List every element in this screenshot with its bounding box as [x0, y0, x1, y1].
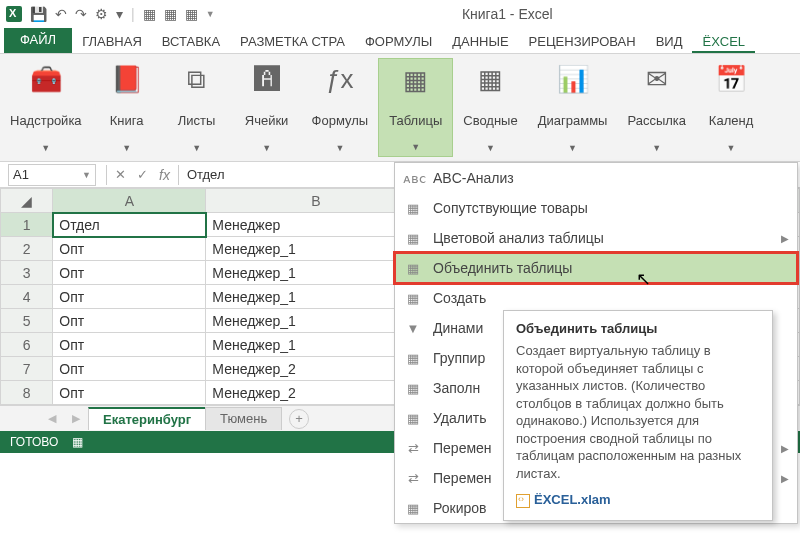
menu-item-icon: ▦	[403, 411, 423, 426]
chevron-down-icon: ▼	[568, 143, 577, 153]
row-header-6[interactable]: 6	[1, 333, 53, 357]
excel-icon	[6, 6, 22, 22]
formulas-menu-icon: ƒx	[323, 62, 357, 96]
calendar-menu-icon: 📅	[714, 62, 748, 96]
ribbon: 🧰Надстройка▼📕Книга▼⧉Листы▼🅰Ячейки▼ƒxФорм…	[0, 54, 800, 162]
workbook-menu-icon: 📕	[110, 62, 144, 96]
ribbon-tabs: ФАЙЛГЛАВНАЯВСТАВКАРАЗМЕТКА СТРАФОРМУЛЫДА…	[0, 28, 800, 54]
cell[interactable]: Опт	[53, 237, 206, 261]
sheet-tab[interactable]: Екатеринбург	[88, 407, 206, 430]
row-header-1[interactable]: 1	[1, 213, 53, 237]
select-all-cell[interactable]: ◢	[1, 189, 53, 213]
chevron-down-icon: ▼	[652, 143, 661, 153]
menu-item[interactable]: ▦Объединить таблицы	[395, 253, 797, 283]
window-title: Книга1 - Excel	[221, 6, 794, 22]
cell[interactable]: Опт	[53, 309, 206, 333]
menu-item-icon: ▦	[403, 201, 423, 216]
menu-item-icon: ▦	[403, 231, 423, 246]
cell[interactable]: Опт	[53, 381, 206, 405]
tab-формулы[interactable]: ФОРМУЛЫ	[355, 30, 442, 53]
row-header-5[interactable]: 5	[1, 309, 53, 333]
menu-item-icon: ▦	[403, 291, 423, 306]
formulas-menu[interactable]: ƒxФормулы▼	[302, 58, 379, 157]
chevron-down-icon: ▼	[192, 143, 201, 153]
menu-item-icon: ▼	[403, 321, 423, 336]
qat-sep: |	[131, 6, 135, 22]
tab-разметка стра[interactable]: РАЗМЕТКА СТРА	[230, 30, 355, 53]
addin-menu[interactable]: 🧰Надстройка▼	[0, 58, 92, 157]
mail-menu[interactable]: ✉Рассылка▼	[617, 58, 696, 157]
tab-файл[interactable]: ФАЙЛ	[4, 28, 72, 53]
formula-value[interactable]: Отдел	[181, 167, 231, 182]
undo-icon[interactable]: ↶	[55, 6, 67, 22]
chevron-down-icon: ▼	[411, 142, 420, 152]
tables-menu[interactable]: ▦Таблицы▼	[378, 58, 453, 157]
chevron-right-icon: ▶	[781, 443, 789, 454]
name-box[interactable]: A1▼	[8, 164, 96, 186]
row-header-4[interactable]: 4	[1, 285, 53, 309]
qat-cmd3-icon[interactable]: ▦	[185, 6, 198, 22]
tab-вид[interactable]: ВИД	[646, 30, 693, 53]
qat-custom-icon[interactable]: ⚙	[95, 6, 108, 22]
redo-icon[interactable]: ↷	[75, 6, 87, 22]
cell[interactable]: Опт	[53, 357, 206, 381]
menu-item-icon: ▦	[403, 381, 423, 396]
tab-рецензирован[interactable]: РЕЦЕНЗИРОВАН	[519, 30, 646, 53]
sheets-menu-icon: ⧉	[180, 62, 214, 96]
qat-more-icon[interactable]: ▾	[116, 6, 123, 22]
cancel-edit-icon[interactable]: ✕	[109, 167, 131, 182]
chevron-down-icon: ▼	[727, 143, 736, 153]
tables-menu-icon: ▦	[399, 63, 433, 97]
chevron-right-icon: ▶	[781, 233, 789, 244]
pivot-menu[interactable]: ▦Сводные▼	[453, 58, 527, 157]
sheet-tab[interactable]: Тюмень	[205, 407, 282, 430]
row-header-3[interactable]: 3	[1, 261, 53, 285]
fx-icon[interactable]: fx	[159, 167, 170, 183]
tooltip: Объединить таблицы Создает виртуальную т…	[503, 310, 773, 521]
tooltip-title: Объединить таблицы	[516, 321, 760, 336]
chevron-down-icon: ▼	[122, 143, 131, 153]
menu-item[interactable]: ▦Сопутствующие товары	[395, 193, 797, 223]
sheet-nav-prev-icon[interactable]: ◀	[48, 412, 56, 425]
menu-item[interactable]: ▦Создать	[395, 283, 797, 313]
menu-item[interactable]: ᴀʙᴄABC-Анализ	[395, 163, 797, 193]
cells-menu[interactable]: 🅰Ячейки▼	[232, 58, 302, 157]
tooltip-link: ЁXCEL.xlam	[516, 492, 760, 508]
macro-record-icon[interactable]: ▦	[72, 435, 83, 449]
chevron-down-icon: ▼	[486, 143, 495, 153]
pivot-menu-icon: ▦	[473, 62, 507, 96]
col-header-A[interactable]: A	[53, 189, 206, 213]
add-sheet-button[interactable]: +	[289, 409, 309, 429]
menu-item-icon: ⇄	[403, 471, 423, 486]
chevron-down-icon: ▼	[262, 143, 271, 153]
title-bar: 💾 ↶ ↷ ⚙ ▾ | ▦ ▦ ▦ ▼ Книга1 - Excel	[0, 0, 800, 28]
workbook-menu[interactable]: 📕Книга▼	[92, 58, 162, 157]
menu-item[interactable]: ▦Цветовой анализ таблицы▶	[395, 223, 797, 253]
qat-cmd2-icon[interactable]: ▦	[164, 6, 177, 22]
row-header-8[interactable]: 8	[1, 381, 53, 405]
row-header-2[interactable]: 2	[1, 237, 53, 261]
tab-данные[interactable]: ДАННЫЕ	[442, 30, 518, 53]
mail-menu-icon: ✉	[640, 62, 674, 96]
qat-cmd1-icon[interactable]: ▦	[143, 6, 156, 22]
row-header-7[interactable]: 7	[1, 357, 53, 381]
save-icon[interactable]: 💾	[30, 6, 47, 22]
cell[interactable]: Опт	[53, 333, 206, 357]
tab-главная[interactable]: ГЛАВНАЯ	[72, 30, 152, 53]
sheet-nav-next-icon[interactable]: ▶	[72, 412, 80, 425]
cell[interactable]: Опт	[53, 285, 206, 309]
cells-menu-icon: 🅰	[250, 62, 284, 96]
enter-edit-icon[interactable]: ✓	[131, 167, 153, 182]
menu-item-icon: ᴀʙᴄ	[403, 171, 423, 186]
quick-access-toolbar: 💾 ↶ ↷ ⚙ ▾ | ▦ ▦ ▦ ▼	[6, 6, 215, 22]
chevron-right-icon: ▶	[781, 473, 789, 484]
qat-dropdown-icon[interactable]: ▼	[206, 9, 215, 19]
charts-menu-icon: 📊	[556, 62, 590, 96]
tab-ёxcel[interactable]: ЁXCEL	[692, 30, 755, 53]
calendar-menu[interactable]: 📅Календ▼	[696, 58, 766, 157]
charts-menu[interactable]: 📊Диаграммы▼	[528, 58, 618, 157]
cell[interactable]: Отдел	[53, 213, 206, 237]
sheets-menu[interactable]: ⧉Листы▼	[162, 58, 232, 157]
cell[interactable]: Опт	[53, 261, 206, 285]
tab-вставка[interactable]: ВСТАВКА	[152, 30, 230, 53]
